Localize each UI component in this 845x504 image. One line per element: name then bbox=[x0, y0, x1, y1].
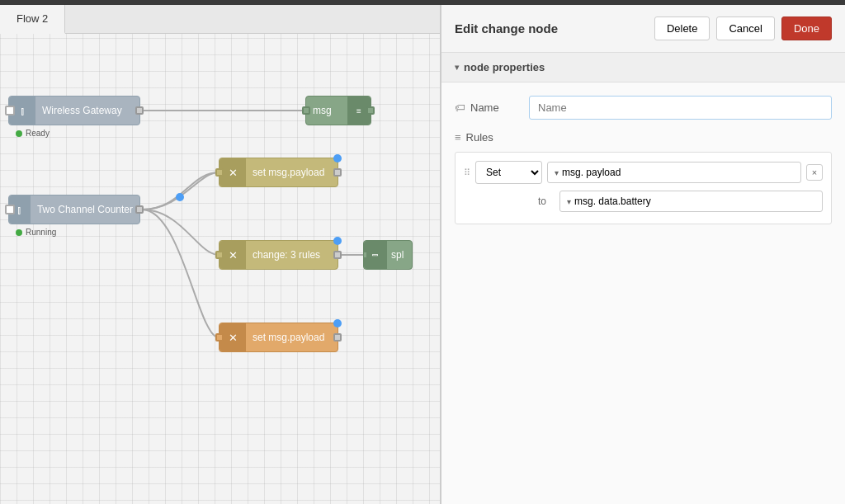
spl-label: spl bbox=[387, 249, 412, 261]
wireless-gateway-status-dot bbox=[16, 130, 22, 137]
wireless-gateway-status-text: Ready bbox=[26, 129, 50, 138]
app-container: Flow 2 ⫿ bbox=[0, 0, 845, 504]
node-msg[interactable]: msg ≡ bbox=[305, 96, 371, 125]
msg-label: msg bbox=[306, 105, 347, 116]
rule-to-value: msg. data.battery bbox=[574, 195, 651, 207]
rule-to-label: to bbox=[538, 195, 555, 207]
rule-field-arrow: ▾ bbox=[555, 168, 559, 177]
rule-to-arrow: ▾ bbox=[567, 197, 571, 206]
rule-field-input[interactable]: ▾ msg. payload bbox=[547, 162, 801, 183]
edit-panel-actions: Delete Cancel Done bbox=[654, 16, 832, 40]
edit-panel-body: ▾ node properties 🏷 Name bbox=[441, 53, 845, 504]
chevron-icon: ▾ bbox=[455, 63, 459, 72]
set-payload-bottom-label: set msg.payload bbox=[246, 332, 338, 343]
node-two-channel-counter[interactable]: ⫿ Two Channel Counter Running bbox=[8, 195, 140, 224]
rules-icon: ≡ bbox=[455, 131, 461, 144]
node-wireless-gateway[interactable]: ⫿ Wireless Gateway Ready bbox=[8, 96, 140, 125]
edit-panel-title: Edit change node bbox=[455, 21, 558, 35]
set-payload-top-port-left bbox=[215, 168, 224, 177]
wireless-gateway-selector bbox=[5, 106, 15, 115]
spl-port-left bbox=[363, 251, 368, 259]
change-rules-port-left bbox=[215, 251, 224, 259]
rules-form-row: ≡ Rules bbox=[455, 131, 832, 144]
edit-panel-header: Edit change node Delete Cancel Done bbox=[441, 5, 845, 53]
node-set-payload-bottom[interactable]: ✕ set msg.payload bbox=[219, 323, 338, 352]
change-rules-dot bbox=[333, 237, 342, 245]
set-payload-top-port-right bbox=[333, 168, 342, 177]
set-payload-top-label: set msg.payload bbox=[246, 167, 338, 178]
cancel-button[interactable]: Cancel bbox=[716, 16, 774, 40]
tab-flow2-label: Flow 2 bbox=[17, 12, 48, 25]
change-rules-label: change: 3 rules bbox=[246, 249, 338, 261]
set-payload-bottom-dot bbox=[333, 319, 342, 327]
done-button[interactable]: Done bbox=[781, 16, 832, 40]
rule-action-select[interactable]: Set Change Delete Move bbox=[475, 161, 542, 184]
remove-icon: × bbox=[812, 167, 817, 177]
rule-to-row: to ▾ msg. data.battery bbox=[538, 191, 823, 212]
name-form-row: 🏷 Name bbox=[455, 96, 832, 120]
rule-to-input[interactable]: ▾ msg. data.battery bbox=[559, 191, 823, 212]
connection-dot-two-channel bbox=[176, 193, 184, 201]
two-channel-status: Running bbox=[16, 228, 56, 237]
tab-bar: Flow 2 bbox=[0, 5, 440, 34]
set-payload-bottom-port-right bbox=[333, 333, 342, 341]
delete-button[interactable]: Delete bbox=[654, 16, 710, 40]
properties-area: 🏷 Name ≡ Rules bbox=[441, 82, 845, 238]
name-label: 🏷 Name bbox=[455, 101, 529, 114]
two-channel-port-right bbox=[135, 205, 144, 214]
set-payload-top-dot bbox=[333, 154, 342, 163]
two-channel-status-dot bbox=[16, 229, 22, 236]
tab-flow2[interactable]: Flow 2 bbox=[0, 5, 65, 34]
rule-row-1: ⠿ Set Change Delete Move ▾ msg. payload bbox=[464, 161, 823, 184]
rules-container: ⠿ Set Change Delete Move ▾ msg. payload bbox=[455, 152, 832, 224]
name-input[interactable] bbox=[529, 96, 832, 120]
msg-port-right bbox=[366, 106, 375, 115]
flow-canvas: Flow 2 ⫿ bbox=[0, 5, 441, 504]
drag-handle[interactable]: ⠿ bbox=[464, 167, 470, 178]
node-set-payload-top[interactable]: ✕ set msg.payload bbox=[219, 158, 338, 187]
section-label: node properties bbox=[464, 61, 545, 73]
wireless-gateway-label: Wireless Gateway bbox=[35, 105, 139, 116]
node-spl[interactable]: ⫿ spl bbox=[363, 240, 413, 270]
wireless-gateway-port-right bbox=[135, 106, 144, 115]
change-rules-port-right bbox=[333, 251, 342, 259]
set-payload-bottom-port-left bbox=[215, 333, 224, 341]
main-area: Flow 2 ⫿ bbox=[0, 5, 845, 504]
node-change-rules[interactable]: ✕ change: 3 rules bbox=[219, 240, 338, 270]
rule-field-value: msg. payload bbox=[562, 167, 621, 178]
wireless-gateway-status: Ready bbox=[16, 129, 50, 138]
section-header-node-properties[interactable]: ▾ node properties bbox=[441, 53, 845, 82]
edit-panel: Edit change node Delete Cancel Done ▾ no… bbox=[441, 5, 845, 504]
rule-remove-button[interactable]: × bbox=[806, 164, 823, 181]
two-channel-selector bbox=[5, 205, 15, 214]
two-channel-label: Two Channel Counter bbox=[31, 204, 139, 215]
msg-port-left bbox=[302, 106, 310, 115]
name-icon: 🏷 bbox=[455, 101, 465, 114]
two-channel-status-text: Running bbox=[26, 228, 56, 237]
rules-label-el: ≡ Rules bbox=[455, 131, 529, 144]
